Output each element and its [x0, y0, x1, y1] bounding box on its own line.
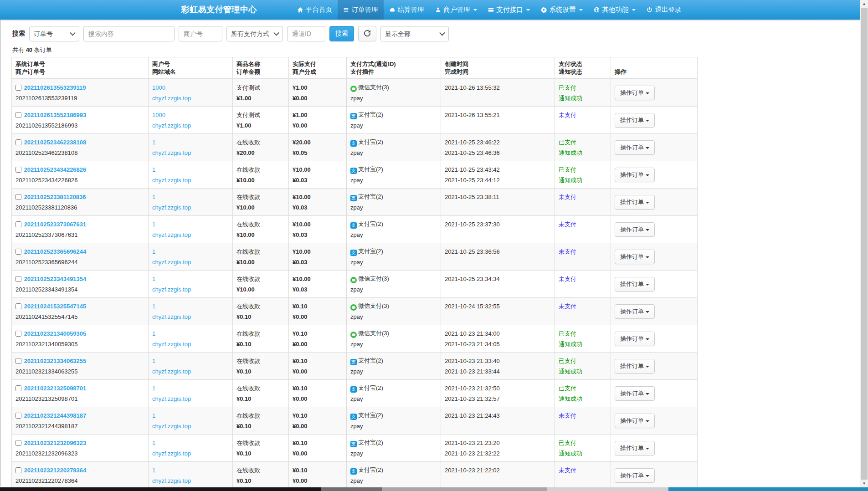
order-action-button[interactable]: 操作订单 [615, 195, 655, 210]
site-domain-link[interactable]: chyzf.zzgis.top [152, 341, 191, 348]
order-action-button[interactable]: 操作订单 [615, 86, 655, 100]
nav-item-misc[interactable]: 其他功能 [588, 0, 641, 20]
merchant-id-link[interactable]: 1 [152, 166, 155, 173]
merchant-id-link[interactable]: 1 [152, 440, 155, 446]
vertical-scrollbar-thumb[interactable] [861, 8, 868, 480]
order-action-button[interactable]: 操作订单 [615, 250, 655, 264]
site-domain-link[interactable]: chyzf.zzgis.top [152, 177, 191, 184]
site-domain-link[interactable]: chyzf.zzgis.top [152, 286, 191, 293]
actual-paid-amount: ¥0.10 [293, 302, 343, 311]
search-content-input[interactable] [83, 26, 175, 41]
merchant-id-link[interactable]: 1 [152, 221, 155, 228]
row-select-checkbox[interactable] [15, 385, 21, 391]
display-filter-select[interactable]: 显示全部 [380, 26, 449, 41]
merchant-id-link[interactable]: 1 [152, 330, 155, 337]
merchant-id-link[interactable]: 1 [152, 139, 155, 146]
merchant-id-link[interactable]: 1000 [152, 112, 165, 118]
row-select-checkbox[interactable] [15, 249, 21, 255]
row-select-checkbox[interactable] [15, 85, 21, 91]
site-domain-link[interactable]: chyzf.zzgis.top [152, 395, 191, 402]
nav-item-settings[interactable]: 系统设置 [535, 0, 588, 20]
order-action-button[interactable]: 操作订单 [615, 277, 655, 292]
order-action-button[interactable]: 操作订单 [615, 468, 655, 483]
nav-item-payment-api[interactable]: 支付接口 [483, 0, 535, 20]
row-select-checkbox[interactable] [15, 221, 21, 227]
merchant-id-link[interactable]: 1 [152, 276, 155, 282]
site-domain-link[interactable]: chyzf.zzgis.top [152, 313, 191, 320]
product-name: 在线收款 [236, 384, 285, 393]
system-order-link[interactable]: 2021102523373067631 [24, 221, 87, 228]
system-order-link[interactable]: 2021102321220278364 [24, 467, 87, 474]
row-select-checkbox[interactable] [15, 194, 21, 200]
system-order-link[interactable]: 2021102613553239119 [24, 84, 86, 91]
horizontal-scrollbar[interactable] [0, 487, 868, 491]
merchant-id-link[interactable]: 1 [152, 248, 155, 255]
merchant-id-link[interactable]: 1 [152, 194, 155, 200]
order-action-button[interactable]: 操作订单 [615, 222, 655, 237]
nav-item-logout[interactable]: 退出登录 [641, 0, 687, 20]
merchant-id-link[interactable]: 1 [152, 385, 155, 392]
site-domain-link[interactable]: chyzf.zzgis.top [152, 204, 191, 211]
system-order-link[interactable]: 2021102613552186993 [24, 112, 87, 118]
merchant-id-link[interactable]: 1 [152, 358, 155, 364]
row-select-checkbox[interactable] [15, 331, 21, 337]
merchant-id-link[interactable]: 1000 [152, 84, 165, 91]
row-select-checkbox[interactable] [15, 440, 21, 446]
system-order-link[interactable]: 2021102415325547145 [24, 303, 87, 310]
system-order-link[interactable]: 2021102523462238108 [24, 139, 87, 146]
nav-item-settlement[interactable]: 结算管理 [384, 0, 430, 20]
system-order-link[interactable]: 2021102523365696244 [24, 248, 87, 255]
paytype-select[interactable]: 所有支付方式 [226, 26, 283, 41]
order-action-button[interactable]: 操作订单 [615, 113, 655, 128]
order-action-button[interactable]: 操作订单 [615, 140, 655, 155]
row-select-checkbox[interactable] [15, 413, 21, 419]
merchant-id-link[interactable]: 1 [152, 467, 155, 474]
site-domain-link[interactable]: chyzf.zzgis.top [152, 95, 191, 102]
system-order-link[interactable]: 2021102523343491354 [24, 276, 87, 282]
merchant-id-link[interactable]: 1 [152, 303, 155, 310]
system-order-link[interactable]: 2021102523381120836 [24, 194, 86, 200]
system-order-link[interactable]: 2021102321340059305 [24, 330, 87, 337]
system-order-link[interactable]: 2021102321325098701 [24, 385, 87, 392]
row-select-checkbox[interactable] [15, 303, 21, 309]
site-domain-link[interactable]: chyzf.zzgis.top [152, 149, 191, 156]
nav-item-merchants[interactable]: 商户管理 [430, 0, 483, 20]
merchant-id-input[interactable] [179, 26, 222, 41]
channel-id-input[interactable] [287, 26, 325, 41]
row-select-checkbox[interactable] [15, 139, 21, 145]
order-action-button[interactable]: 操作订单 [615, 386, 655, 401]
order-action-button[interactable]: 操作订单 [615, 441, 655, 455]
horizontal-scrollbar-thumb[interactable] [0, 487, 321, 491]
order-action-button[interactable]: 操作订单 [615, 168, 655, 182]
search-button[interactable]: 搜索 [329, 26, 354, 41]
search-type-select[interactable]: 订单号 [29, 26, 79, 41]
scroll-up-icon[interactable]: ▲ [860, 0, 868, 8]
order-action-button[interactable]: 操作订单 [615, 359, 655, 373]
scroll-down-icon[interactable]: ▼ [860, 480, 868, 487]
system-order-link[interactable]: 2021102321334063255 [24, 358, 87, 364]
pay-status: 未支付 [559, 111, 607, 119]
vertical-scrollbar[interactable]: ▲ ▼ [860, 0, 868, 487]
site-domain-link[interactable]: chyzf.zzgis.top [152, 368, 191, 375]
system-order-link[interactable]: 2021102523434226826 [24, 166, 87, 173]
site-domain-link[interactable]: chyzf.zzgis.top [152, 423, 191, 430]
row-select-checkbox[interactable] [15, 112, 21, 118]
merchant-id-link[interactable]: 1 [152, 412, 155, 419]
row-select-checkbox[interactable] [15, 358, 21, 364]
order-action-button[interactable]: 操作订单 [615, 332, 655, 346]
nav-item-home[interactable]: 平台首页 [292, 0, 338, 20]
site-domain-link[interactable]: chyzf.zzgis.top [152, 122, 191, 129]
site-domain-link[interactable]: chyzf.zzgis.top [152, 259, 191, 266]
site-domain-link[interactable]: chyzf.zzgis.top [152, 450, 191, 457]
row-select-checkbox[interactable] [15, 167, 21, 173]
row-select-checkbox[interactable] [15, 276, 21, 282]
order-action-button[interactable]: 操作订单 [615, 304, 655, 319]
order-action-button[interactable]: 操作订单 [615, 414, 655, 428]
site-domain-link[interactable]: chyzf.zzgis.top [152, 477, 191, 484]
system-order-link[interactable]: 2021102321232096323 [24, 440, 87, 446]
nav-item-orders[interactable]: 订单管理 [338, 0, 384, 20]
refresh-button[interactable] [358, 26, 376, 41]
site-domain-link[interactable]: chyzf.zzgis.top [152, 231, 191, 238]
row-select-checkbox[interactable] [15, 467, 21, 473]
system-order-link[interactable]: 2021102321244398187 [24, 412, 87, 419]
